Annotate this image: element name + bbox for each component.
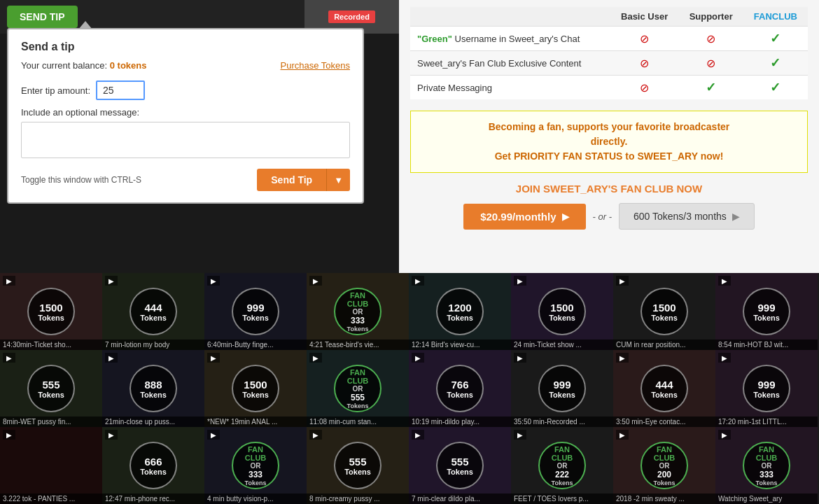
play-icon: ▶ (514, 430, 526, 440)
token-badge: 555Tokens (436, 442, 484, 489)
video-thumb[interactable]: 444Tokens▶7 min-lotion my body (102, 273, 204, 350)
send-tip-submit[interactable]: Send Tip (257, 169, 326, 191)
token-badge: FANCLUBOR200Tokens (640, 442, 688, 489)
video-thumb[interactable]: 1200Tokens▶12:14 Bird's view-cu... (409, 273, 511, 350)
send-tip-button[interactable]: SEND TIP (7, 6, 78, 28)
video-caption: 4 min butty vision-p... (204, 493, 307, 504)
arrow-icon: ▶ (562, 211, 569, 222)
video-thumb[interactable]: FANCLUBOR333Tokens▶4 min butty vision-p.… (204, 427, 307, 504)
table-row: Sweet_ary's Fan Club Exclusive Content ⊘… (410, 51, 808, 76)
token-badge: 999Tokens (232, 288, 279, 335)
video-thumb[interactable]: 888Tokens▶21min-close up puss... (102, 350, 204, 427)
play-icon: ▶ (514, 276, 526, 286)
play-icon: ▶ (105, 430, 118, 440)
play-icon: ▶ (309, 353, 322, 363)
token-badge: 1500Tokens (640, 288, 688, 335)
basic-no-1: ⊘ (610, 27, 679, 51)
video-caption: 10:19 min-dildo play... (409, 416, 511, 427)
video-thumb[interactable]: 999Tokens▶6:40min-Butty finge... (204, 273, 307, 350)
video-caption: 4:21 Tease-bird's vie... (307, 340, 409, 350)
token-badge: 999Tokens (743, 365, 790, 412)
token-badge: 1500Tokens (27, 288, 75, 335)
video-caption: 2018 -2 min sweaty ... (613, 493, 715, 504)
token-badge: 766Tokens (436, 365, 484, 412)
yes-icon: ✓ (770, 80, 780, 94)
video-caption: FEET / TOES lovers p... (511, 493, 613, 504)
play-icon: ▶ (412, 276, 424, 286)
token-badge: 444Tokens (130, 288, 177, 335)
token-badge: FANCLUBOR555Tokens (334, 365, 382, 412)
video-thumb[interactable]: FANCLUBOR555Tokens▶11:08 min-cum stan... (307, 350, 409, 427)
video-thumb[interactable]: 1500Tokens▶*NEW* 19min ANAL ... (204, 350, 307, 427)
video-caption: 24 min-Ticket show ... (511, 340, 613, 350)
video-thumb[interactable]: 1500Tokens▶14:30min-Ticket sho... (0, 273, 102, 350)
feature-name-green: "Green" Username in Sweet_ary's Chat (410, 27, 610, 51)
token-badge: 1500Tokens (232, 365, 279, 412)
video-thumb[interactable]: FANCLUBOR333Tokens▶4:21 Tease-bird's vie… (307, 273, 409, 350)
token-badge: 555Tokens (334, 442, 382, 489)
promo-box: Becoming a fan, supports your favorite b… (410, 111, 808, 173)
send-tip-dropdown[interactable]: ▼ (326, 169, 350, 191)
balance-label: Your current balance: 0 tokens (21, 60, 146, 71)
video-row: 1500Tokens▶14:30min-Ticket sho...444Toke… (0, 273, 819, 350)
yes-icon: ✓ (770, 31, 780, 46)
join-monthly-button[interactable]: $20.99/monthly ▶ (463, 204, 585, 230)
col-supporter: Supporter (679, 7, 743, 27)
play-icon: ▶ (718, 430, 731, 440)
purchase-tokens-link[interactable]: Purchase Tokens (281, 60, 351, 71)
balance-value: 0 tokens (110, 60, 147, 71)
video-caption: 7 min-clear dildo pla... (409, 493, 511, 504)
video-row: 555Tokens▶8min-WET pussy fin...888Tokens… (0, 350, 819, 427)
or-separator: - or - (593, 211, 612, 222)
play-icon: ▶ (3, 276, 15, 286)
video-thumb[interactable]: 999Tokens▶35:50 min-Recorded ... (511, 350, 613, 427)
video-thumb[interactable]: FANCLUBOR200Tokens▶2018 -2 min sweaty ..… (613, 427, 715, 504)
col-basic-user: Basic User (610, 7, 679, 27)
video-thumb[interactable]: 555Tokens▶8min-WET pussy fin... (0, 350, 102, 427)
video-thumb[interactable]: 444Tokens▶3:50 min-Eye contac... (613, 350, 715, 427)
video-thumb[interactable]: 555Tokens▶7 min-clear dildo pla... (409, 427, 511, 504)
video-thumb[interactable]: 1500Tokens▶24 min-Ticket show ... (511, 273, 613, 350)
play-icon: ▶ (309, 276, 322, 286)
send-tip-action: Send Tip ▼ (257, 169, 350, 191)
no-icon: ⊘ (640, 57, 649, 69)
play-icon: ▶ (3, 430, 15, 440)
video-caption: 8:54 min-HOT BJ wit... (715, 340, 818, 350)
no-icon: ⊘ (640, 33, 649, 45)
play-icon: ▶ (105, 353, 118, 363)
video-thumb[interactable]: 999Tokens▶17:20 min-1st LITTL... (715, 350, 818, 427)
token-badge: 666Tokens (130, 442, 177, 489)
yes-icon: ✓ (770, 56, 780, 70)
toggle-hint: Toggle this window with CTRL-S (21, 175, 141, 185)
token-badge: 999Tokens (743, 288, 790, 335)
video-thumb[interactable]: 766Tokens▶10:19 min-dildo play... (409, 350, 511, 427)
token-badge: 999Tokens (538, 365, 586, 412)
video-thumb[interactable]: ▶3.222 tok - PANTIES ... (0, 427, 102, 504)
video-thumb[interactable]: FANCLUBOR222Tokens▶FEET / TOES lovers p.… (511, 427, 613, 504)
play-icon: ▶ (718, 276, 731, 286)
play-icon: ▶ (616, 430, 629, 440)
message-label: Include an optional message: (21, 107, 350, 118)
recorded-badge: Recorded (328, 10, 375, 23)
play-icon: ▶ (412, 430, 424, 440)
play-icon: ▶ (718, 353, 731, 363)
tip-amount-input[interactable] (96, 80, 145, 100)
join-tokens-button[interactable]: 600 Tokens/3 months ▶ (619, 203, 755, 230)
message-textarea[interactable] (21, 122, 350, 158)
video-thumb[interactable]: 666Tokens▶12:47 min-phone rec... (102, 427, 204, 504)
modal-title: Send a tip (21, 41, 350, 53)
play-icon: ▶ (309, 430, 322, 440)
video-thumb[interactable]: 999Tokens▶8:54 min-HOT BJ wit... (715, 273, 818, 350)
video-grid: 1500Tokens▶14:30min-Ticket sho...444Toke… (0, 273, 819, 504)
video-row: ▶3.222 tok - PANTIES ...666Tokens▶12:47 … (0, 427, 819, 504)
video-caption: 8min-WET pussy fin... (0, 416, 102, 427)
video-thumb[interactable]: 555Tokens▶8 min-creamy pussy ... (307, 427, 409, 504)
video-caption: 11:08 min-cum stan... (307, 416, 409, 427)
video-thumb[interactable]: FANCLUBOR333Tokens▶Watching Sweet_ary (715, 427, 818, 504)
video-caption: 21min-close up puss... (102, 416, 204, 427)
tip-modal: Send a tip Your current balance: 0 token… (7, 28, 364, 204)
token-badge: FANCLUBOR333Tokens (334, 288, 382, 335)
join-buttons: $20.99/monthly ▶ - or - 600 Tokens/3 mon… (410, 203, 808, 230)
yes-icon: ✓ (706, 80, 716, 94)
video-thumb[interactable]: 1500Tokens▶CUM in rear position... (613, 273, 715, 350)
